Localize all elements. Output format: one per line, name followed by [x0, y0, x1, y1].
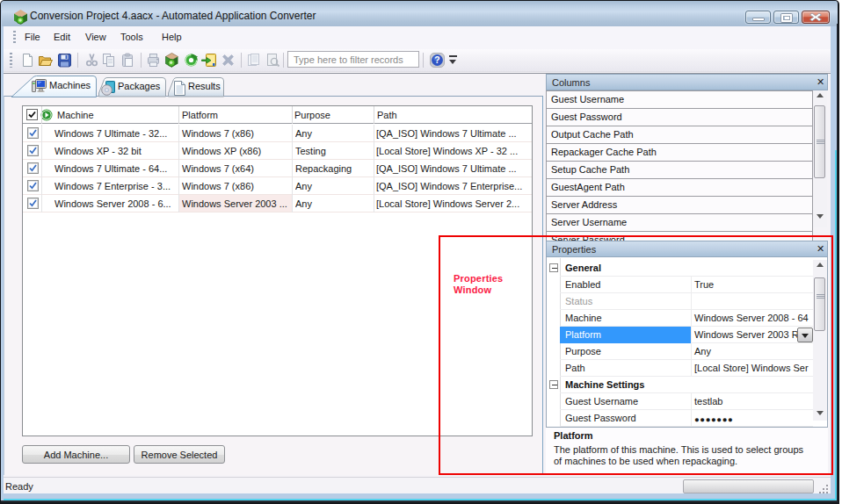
svg-text:?: ?: [434, 54, 439, 65]
